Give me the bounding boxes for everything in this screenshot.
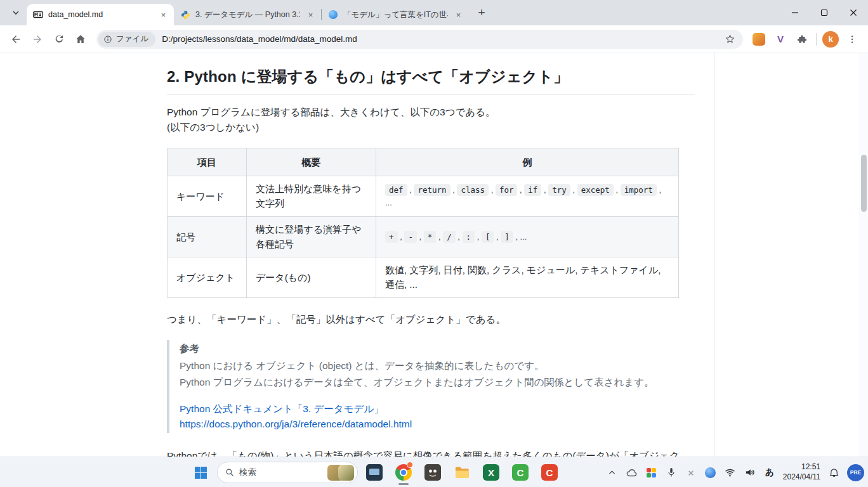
- minimize-button[interactable]: [780, 0, 810, 25]
- extension-icon-2[interactable]: V: [770, 29, 791, 50]
- cell-item: キーワード: [168, 176, 247, 217]
- file-explorer-icon[interactable]: [449, 458, 475, 486]
- reload-icon[interactable]: [48, 29, 70, 50]
- parts-table: 項目 概要 例 キーワード 文法上特別な意味を持つ文字列 def , retur…: [167, 148, 679, 298]
- running-indicator: [398, 483, 409, 485]
- menu-kebab-icon[interactable]: [841, 29, 863, 50]
- color-grid-app-icon[interactable]: [643, 460, 661, 485]
- tab-title: 3. データモデル — Python 3.12.3 ド: [195, 10, 300, 20]
- table-row: 記号 構文に登場する演算子や各種記号 + , - , * , / , : , […: [168, 217, 679, 257]
- app-c-green-icon[interactable]: C: [508, 458, 533, 486]
- python-docs-link[interactable]: Python 公式ドキュメント「3. データモデル」: [180, 403, 384, 414]
- table-header-row: 項目 概要 例: [168, 148, 679, 176]
- clock-time: 12:51: [783, 462, 820, 472]
- page-content: 2. Python に登場する「もの」はすべて「オブジェクト」 Python プ…: [0, 53, 868, 457]
- taskbar-search-box[interactable]: 検索: [217, 462, 358, 483]
- column-header-summary: 概要: [247, 148, 376, 176]
- ime-mode-indicator[interactable]: あ: [761, 460, 779, 485]
- python-icon: [180, 10, 190, 20]
- tab-title: 「モデル」って言葉をITの世界でよく使: [343, 10, 448, 20]
- excel-icon[interactable]: X: [478, 458, 504, 486]
- intro-line-1: Python プログラムに登場する部品は、大きくわけて、以下の3つである。: [167, 107, 496, 117]
- close-button[interactable]: [839, 0, 868, 25]
- markdown-body: 2. Python に登場する「もの」はすべて「オブジェクト」 Python プ…: [167, 65, 695, 457]
- column-header-example: 例: [376, 148, 679, 176]
- tab-close-icon[interactable]: ×: [158, 10, 169, 20]
- back-icon[interactable]: [5, 29, 27, 50]
- python-docs-url-link[interactable]: https://docs.python.org/ja/3/reference/d…: [180, 419, 412, 429]
- pre-badge[interactable]: PRE: [847, 464, 864, 481]
- tab-model-article[interactable]: 「モデル」って言葉をITの世界でよく使 ×: [322, 4, 469, 25]
- cell-item: 記号: [168, 217, 247, 257]
- intro-paragraph: Python プログラムに登場する部品は、大きくわけて、以下の3つである。 (以…: [167, 105, 695, 135]
- blue-sphere-app-icon[interactable]: [702, 460, 720, 485]
- info-icon: [103, 35, 112, 44]
- tab-data-model[interactable]: data_model.md ×: [27, 4, 174, 25]
- extensions-puzzle-icon[interactable]: [791, 29, 813, 50]
- disconnected-x-icon[interactable]: ×: [682, 460, 700, 485]
- blockquote-line-1: Python における オブジェクト (object) とは、データを抽象的に表…: [180, 358, 695, 373]
- closing-paragraph: Pythonでは、「もの(物)」という日本語の概念で容易に想像できる範囲を超えた…: [167, 448, 695, 457]
- taskbar-clock[interactable]: 12:51 2024/04/11: [780, 460, 823, 485]
- scrollbar[interactable]: [859, 53, 868, 457]
- onedrive-cloud-icon[interactable]: [623, 460, 641, 485]
- chrome-taskbar-icon[interactable]: [391, 458, 416, 486]
- scrollbar-thumb[interactable]: [861, 155, 867, 212]
- forward-icon[interactable]: [27, 29, 48, 50]
- browser-toolbar: ファイル D:/projects/lessons/data_model/md/d…: [0, 25, 868, 53]
- hidden-icons-chevron-icon[interactable]: [603, 460, 621, 485]
- cell-example: 数値, 文字列, 日付, 関数, クラス, モジュール, テキストファイル, 通…: [376, 257, 679, 298]
- volume-icon[interactable]: [741, 460, 759, 485]
- bookmark-star-icon[interactable]: [721, 31, 738, 48]
- extension-icon-1[interactable]: [748, 29, 770, 50]
- windows-taskbar: 検索 X C C: [0, 457, 868, 487]
- tab-search-chevron-icon[interactable]: [8, 4, 24, 21]
- reference-blockquote: 参考 Python における オブジェクト (object) とは、データを抽象…: [167, 340, 695, 432]
- globe-icon: [328, 10, 338, 20]
- browser-window: data_model.md × 3. データモデル — Python 3.12.…: [0, 0, 868, 487]
- address-bar[interactable]: ファイル D:/projects/lessons/data_model/md/d…: [96, 30, 743, 49]
- intro-line-2: (以下の3つしかない): [167, 122, 259, 133]
- table-row: キーワード 文法上特別な意味を持つ文字列 def , return , clas…: [168, 176, 679, 217]
- tab-close-icon[interactable]: ×: [305, 10, 316, 20]
- pinned-app-monitor-icon[interactable]: [362, 458, 387, 486]
- after-table-paragraph: つまり、「キーワード」、「記号」以外はすべて「オブジェクト」である。: [167, 312, 695, 327]
- content-edge-divider: [714, 53, 715, 457]
- microphone-icon[interactable]: [662, 460, 680, 485]
- column-header-item: 項目: [168, 148, 247, 176]
- app-c-red-icon[interactable]: C: [537, 458, 562, 486]
- cell-summary: 構文に登場する演算子や各種記号: [247, 217, 376, 257]
- profile-avatar[interactable]: k: [820, 29, 841, 50]
- gimp-icon[interactable]: [420, 458, 445, 486]
- page-title: 2. Python に登場する「もの」はすべて「オブジェクト」: [167, 65, 695, 95]
- wifi-icon[interactable]: [721, 460, 739, 485]
- start-button[interactable]: [188, 458, 213, 486]
- search-highlight-image[interactable]: [327, 465, 354, 481]
- markdown-icon: [33, 10, 43, 20]
- blockquote-line-2: Python プログラムにおけるデータは全て、オブジェクトまたはオブジェクト間の…: [180, 375, 695, 390]
- tab-python-docs[interactable]: 3. データモデル — Python 3.12.3 ド ×: [174, 4, 321, 25]
- cell-summary: データ(もの): [247, 257, 376, 298]
- search-label: 検索: [239, 467, 256, 478]
- tab-title: data_model.md: [48, 10, 153, 19]
- cell-example: def , return , class , for , if , try , …: [376, 176, 679, 217]
- home-icon[interactable]: [70, 29, 91, 50]
- tab-close-icon[interactable]: ×: [453, 10, 464, 20]
- new-tab-button[interactable]: +: [473, 4, 490, 21]
- maximize-button[interactable]: [810, 0, 839, 25]
- notification-badge: [407, 462, 413, 468]
- tab-strip: data_model.md × 3. データモデル — Python 3.12.…: [0, 0, 868, 25]
- cell-item: オブジェクト: [168, 257, 247, 298]
- cell-example: + , - , * , / , : , [ , ] , ...: [376, 217, 679, 257]
- notification-bell-icon[interactable]: [825, 460, 843, 485]
- file-chip-label: ファイル: [116, 34, 148, 44]
- cell-summary: 文法上特別な意味を持つ文字列: [247, 176, 376, 217]
- site-info-chip[interactable]: ファイル: [98, 32, 155, 47]
- window-controls: [780, 0, 868, 25]
- clock-date: 2024/04/11: [783, 472, 820, 483]
- url-text[interactable]: D:/projects/lessons/data_model/md/data_m…: [162, 34, 721, 44]
- table-row: オブジェクト データ(もの) 数値, 文字列, 日付, 関数, クラス, モジュ…: [168, 257, 679, 298]
- toolbar-separator: [816, 33, 817, 46]
- blockquote-title: 参考: [180, 341, 695, 356]
- windows-logo-icon: [195, 467, 207, 479]
